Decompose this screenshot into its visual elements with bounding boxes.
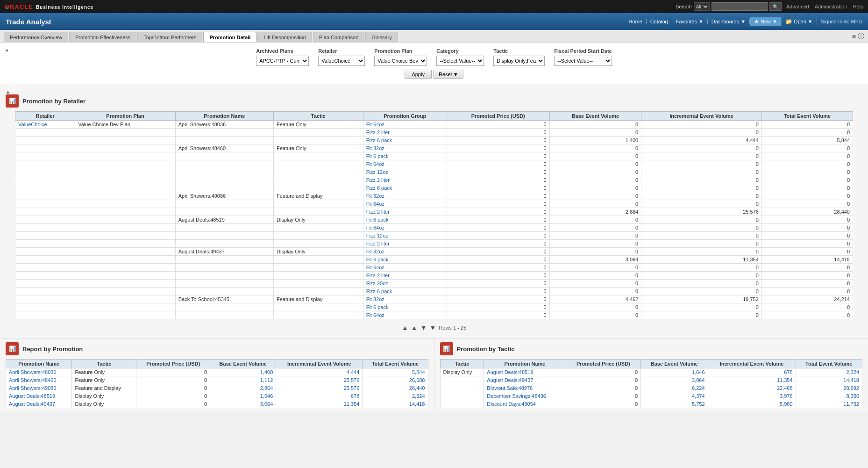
table-cell[interactable]: April Showers:48036 [6, 368, 72, 376]
catalog-link[interactable]: Catalog [647, 19, 672, 24]
table-cell[interactable]: April Showers:48460 [6, 376, 72, 384]
reset-button[interactable]: Reset ▼ [434, 70, 463, 79]
collapse-arrow-filter[interactable]: ▲ [5, 47, 9, 52]
table-cell[interactable]: Fizz 2 liter [363, 176, 447, 184]
table-cell[interactable]: Fit 64oz [363, 160, 447, 168]
table-cell[interactable]: Fit 32oz [363, 192, 447, 200]
tab-promotion-effectiveness[interactable]: Promotion Effectiveness [69, 32, 136, 42]
table-cell[interactable]: August Deals:48519 [6, 392, 72, 400]
table-cell[interactable]: 11,732 [796, 400, 862, 408]
home-link[interactable]: Home [625, 19, 646, 24]
table-cell[interactable]: 22,468 [708, 384, 796, 392]
table-cell[interactable]: 4,444 [276, 368, 363, 376]
table-cell[interactable]: 1,646 [641, 368, 708, 376]
advanced-link[interactable]: Advanced [786, 4, 809, 9]
table-cell[interactable]: 3,976 [708, 392, 796, 400]
table-cell[interactable]: Fizz 6 pack [363, 184, 447, 192]
search-button[interactable]: 🔍 [769, 2, 782, 11]
table-cell[interactable]: 14,418 [796, 376, 862, 384]
table-cell[interactable]: Fizz 6 pack [363, 137, 447, 144]
table-cell[interactable]: 11,354 [276, 400, 363, 408]
tactic-select[interactable]: Display Only;Fea [493, 56, 545, 66]
table-cell[interactable]: August Deals:48519 [484, 368, 566, 376]
archived-plans-select[interactable]: APCC-PTP - Curr [256, 56, 309, 66]
table-cell[interactable]: Fizz 12oz [363, 168, 447, 176]
table-cell[interactable]: 1,400 [210, 368, 276, 376]
tab-performance-overview[interactable]: Performance Overview [4, 32, 68, 42]
table-cell[interactable]: 25,576 [276, 376, 363, 384]
table-cell[interactable]: Fizz 2 liter [363, 208, 447, 216]
collapse-arrow-retailer[interactable]: ▲ [6, 89, 10, 94]
table-cell[interactable]: Fit 6 pack [363, 152, 447, 160]
search-all-select[interactable]: All [694, 2, 710, 11]
table-cell[interactable]: 25,576 [276, 384, 363, 392]
table-cell[interactable]: 4,374 [641, 392, 708, 400]
tab-top-bottom-performers[interactable]: Top/Bottom Performers [137, 32, 202, 42]
table-cell[interactable]: 28,440 [363, 384, 428, 392]
category-select[interactable]: --Select Value-- [436, 56, 484, 66]
page-prev-btn[interactable]: ▲ [411, 324, 418, 331]
table-cell[interactable]: 678 [276, 392, 363, 400]
table-cell[interactable]: Fit 64oz [363, 200, 447, 208]
table-cell[interactable]: 2,324 [363, 392, 428, 400]
tab-plan-comparison[interactable]: Plan Comparison [313, 32, 364, 42]
table-cell[interactable]: 5,844 [363, 368, 428, 376]
retailer-select[interactable]: ValueChoice [318, 56, 365, 66]
table-cell[interactable]: Fizz 2 liter [363, 272, 447, 280]
table-cell[interactable]: 5,752 [641, 400, 708, 408]
table-cell[interactable]: Fit 64oz [363, 224, 447, 232]
table-cell[interactable]: Fizz 20oz [363, 280, 447, 288]
table-cell[interactable]: 1,646 [210, 392, 276, 400]
table-cell[interactable]: 28,692 [796, 384, 862, 392]
page-first-btn[interactable]: ▲ [402, 324, 408, 331]
table-cell[interactable]: 3,064 [641, 376, 708, 384]
table-cell[interactable]: 11,354 [708, 376, 796, 384]
tab-glossary[interactable]: Glossary [365, 32, 398, 42]
table-cell[interactable]: Fit 6 pack [363, 256, 447, 264]
apply-button[interactable]: Apply [405, 70, 432, 79]
table-cell[interactable]: Fizz 6 pack [363, 288, 447, 295]
table-cell[interactable]: Fit 64oz [363, 264, 447, 272]
page-last-btn[interactable]: ▼ [430, 324, 436, 331]
table-cell[interactable]: 8,350 [796, 392, 862, 400]
table-cell[interactable]: April Showers:49086 [6, 384, 72, 392]
grid-icon[interactable]: ≡ [852, 33, 856, 40]
table-cell[interactable]: 678 [708, 368, 796, 376]
table-cell[interactable]: ValueChoice [15, 121, 75, 129]
fiscal-period-select[interactable]: --Select Value-- [554, 56, 612, 66]
table-cell[interactable]: 1,112 [210, 376, 276, 384]
table-cell[interactable]: 3,064 [210, 400, 276, 408]
table-cell[interactable]: Fizz 2 liter [363, 240, 447, 248]
table-cell[interactable]: Fit 32oz [363, 144, 447, 152]
table-cell[interactable]: Blowout Sale:48976 [484, 384, 566, 392]
new-dropdown[interactable]: ★ New ▼ [750, 17, 782, 26]
promotion-plan-select[interactable]: Value Choice Bev [374, 56, 427, 66]
tab-lift-decomposition[interactable]: Lift Decomposition [257, 32, 312, 42]
table-cell[interactable]: 6,224 [641, 384, 708, 392]
help-circle-icon[interactable]: ⓘ [858, 32, 864, 41]
table-cell[interactable]: Fit 64oz [363, 311, 447, 319]
table-cell[interactable]: Fizz 12oz [363, 232, 447, 240]
table-cell[interactable]: 2,864 [210, 384, 276, 392]
table-cell[interactable]: Fizz 2 liter [363, 129, 447, 137]
table-cell[interactable]: December Savings:48436 [484, 392, 566, 400]
search-input[interactable] [711, 2, 768, 11]
table-cell[interactable]: Fit 64oz [363, 121, 447, 129]
table-cell[interactable]: 26,688 [363, 376, 428, 384]
open-dropdown[interactable]: 📁 Open ▼ [782, 18, 817, 25]
table-cell[interactable]: 2,324 [796, 368, 862, 376]
table-cell[interactable]: August Deals:49437 [6, 400, 72, 408]
dashboards-dropdown[interactable]: Dashboards ▼ [708, 19, 750, 24]
collapse-arrow-tactic[interactable]: ▲ [5, 5, 9, 10]
table-cell[interactable]: 5,980 [708, 400, 796, 408]
table-cell[interactable]: Fit 32oz [363, 248, 447, 256]
help-link[interactable]: Help [853, 4, 863, 9]
table-cell[interactable]: 14,418 [363, 400, 428, 408]
favorites-dropdown[interactable]: Favorites ▼ [672, 19, 708, 24]
admin-link[interactable]: Administration [815, 4, 847, 9]
table-cell[interactable]: Discount Days:48054 [484, 400, 566, 408]
table-cell[interactable]: Fit 32oz [363, 295, 447, 303]
table-cell[interactable]: August Deals:49437 [484, 376, 566, 384]
table-cell[interactable]: Fit 6 pack [363, 303, 447, 311]
table-cell[interactable]: Fit 6 pack [363, 216, 447, 224]
